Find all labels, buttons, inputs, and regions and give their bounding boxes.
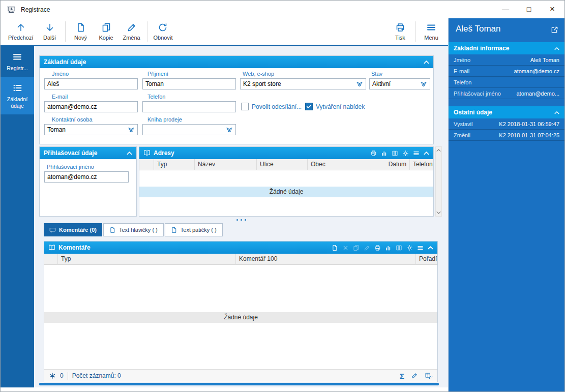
previous-button[interactable]: Předchozí — [5, 21, 37, 42]
refresh-button[interactable]: Obnovit — [150, 21, 176, 42]
panel-title: Přihlašovací údaje — [44, 149, 97, 157]
web-eshop-dropdown[interactable]: K2 sport store — [240, 78, 366, 89]
new-document-icon — [76, 22, 86, 33]
copy-button[interactable]: Kopie — [94, 21, 119, 42]
column-header-typ[interactable]: Typ — [57, 254, 235, 265]
record-count-label: Počet záznamů: 0 — [72, 372, 121, 379]
refresh-icon — [158, 22, 168, 33]
filter-asterisk-icon[interactable] — [49, 372, 56, 379]
kniha-prodeje-dropdown[interactable] — [142, 124, 236, 135]
addresses-panel: Adresy Typ Název Ulice Obec Datum Telefo… — [139, 146, 434, 217]
stav-dropdown[interactable]: Aktivní — [369, 78, 430, 89]
toolbar: Předchozí Další Nový Kopie Změna Obnovit — [1, 18, 448, 46]
sidebar-item-registrace[interactable]: Registr... — [1, 46, 34, 77]
email-label: E-mail — [52, 94, 68, 100]
print-icon — [395, 22, 405, 33]
panel-title: Základní údaje — [44, 58, 86, 66]
next-button[interactable]: Další — [37, 21, 63, 42]
comments-panel: Komentáře Typ Komentář 100 — [44, 241, 438, 382]
sum-icon[interactable]: Σ — [400, 372, 404, 380]
menu-button[interactable]: Menu — [419, 21, 444, 42]
list-icon — [12, 83, 22, 93]
gear-icon[interactable] — [402, 150, 409, 157]
collapse-chevron-up-icon[interactable] — [424, 151, 429, 155]
copy-label: Kopie — [99, 35, 113, 41]
column-header-komentar[interactable]: Komentář 100 — [235, 254, 415, 265]
delete-icon — [342, 245, 349, 251]
column-header-indicator — [139, 159, 154, 170]
addresses-grid-header: Typ Název Ulice Obec Datum Telefon — [139, 159, 433, 170]
info-row: Vystavil K2 2018-01-31 06:59:47 — [449, 118, 564, 130]
horizontal-scrollbar[interactable] — [39, 383, 439, 385]
column-header-ulice[interactable]: Ulice — [256, 159, 307, 170]
povolit-odesilani-checkbox[interactable] — [241, 103, 249, 110]
new-button[interactable]: Nový — [68, 21, 94, 42]
horizontal-splitter[interactable] — [34, 218, 448, 222]
new-document-icon[interactable] — [332, 245, 338, 251]
basic-data-panel-header: Základní údaje — [40, 56, 433, 68]
row-value: atoman@demo.cz — [514, 68, 559, 74]
info-row: E-mail atoman@demo.cz — [449, 66, 564, 77]
collapse-chevron-up-icon[interactable] — [428, 246, 433, 250]
titlebar: Registrace — □ × — [1, 1, 564, 18]
change-button[interactable]: Změna — [119, 21, 144, 42]
chart-icon[interactable] — [385, 245, 392, 251]
row-value: K2 2018-01-31 06:59:47 — [499, 121, 559, 127]
email-input[interactable] — [44, 101, 138, 112]
section-title: Ostatní údaje — [454, 109, 492, 116]
jmeno-input[interactable] — [44, 78, 138, 89]
column-header-obec[interactable]: Obec — [307, 159, 371, 170]
minimize-button[interactable]: — — [494, 1, 517, 17]
column-header-nazev[interactable]: Název — [194, 159, 256, 170]
column-header-datum[interactable]: Datum — [371, 159, 409, 170]
left-sidebar: Registr... Základní údaje — [1, 46, 34, 387]
prihlasovaci-jmeno-input[interactable] — [44, 171, 129, 183]
next-label: Další — [43, 35, 56, 41]
telefon-input[interactable] — [142, 101, 236, 112]
tab-text-hlavicky[interactable]: Text hlavičky ( ) — [103, 223, 164, 236]
column-header-typ[interactable]: Typ — [154, 159, 194, 170]
section-header-basic-info[interactable]: Základní informace — [449, 42, 564, 54]
right-sidebar: Aleš Toman Základní informace Jméno Aleš… — [448, 18, 564, 391]
kontaktni-osoba-dropdown[interactable]: Toman — [44, 124, 138, 135]
edit-icon[interactable] — [411, 372, 418, 379]
scroll-up-icon[interactable] — [436, 148, 441, 152]
dropdown-icon — [420, 81, 427, 87]
close-button[interactable]: × — [541, 1, 564, 17]
refresh-label: Obnovit — [154, 35, 173, 41]
column-header-poradi[interactable]: Pořadí — [415, 254, 437, 265]
columns-icon[interactable] — [396, 245, 402, 251]
gear-icon[interactable] — [406, 245, 413, 251]
tab-label: Komentáře (0) — [59, 227, 97, 233]
maximize-button[interactable]: □ — [517, 1, 541, 17]
columns-icon[interactable] — [392, 150, 398, 157]
prijmeni-input[interactable] — [142, 78, 236, 89]
print-button[interactable]: Tisk — [388, 21, 413, 42]
row-label: E-mail — [454, 68, 469, 74]
collapse-chevron-up-icon[interactable] — [424, 60, 429, 64]
scroll-down-icon[interactable] — [436, 211, 441, 215]
print-icon[interactable] — [370, 150, 377, 157]
chart-icon[interactable] — [381, 150, 388, 157]
panel-title: Adresy — [154, 149, 174, 157]
column-header-indicator — [44, 254, 57, 265]
main-area: Základní údaje Jméno Příjmení Web, e-sho… — [34, 46, 448, 387]
tab-text-paticky[interactable]: Text patičky ( ) — [165, 223, 223, 236]
vertical-scrollbar[interactable] — [435, 146, 442, 217]
grid-edit-icon[interactable] — [425, 372, 433, 380]
row-label: Vystavil — [454, 121, 473, 127]
filter-count: 0 — [60, 372, 64, 379]
hamburger-icon[interactable] — [413, 150, 420, 157]
column-header-telefon[interactable]: Telefon — [409, 159, 433, 170]
open-card-icon[interactable] — [551, 26, 558, 34]
prihlasovaci-jmeno-label: Přihlašovací jméno — [47, 164, 94, 170]
sidebar-item-zakladni-udaje[interactable]: Základní údaje — [1, 77, 34, 114]
hamburger-icon[interactable] — [417, 245, 424, 251]
section-header-other-info[interactable]: Ostatní údaje — [449, 106, 564, 118]
print-icon[interactable] — [374, 245, 381, 251]
bottom-tabs: Komentáře (0) Text hlavičky ( ) Text pat… — [44, 223, 223, 236]
tab-komentare[interactable]: Komentáře (0) — [44, 223, 102, 236]
collapse-chevron-up-icon[interactable] — [127, 151, 132, 155]
addresses-panel-header: Adresy — [139, 147, 433, 159]
vytvareni-nabidek-checkbox[interactable] — [305, 103, 313, 110]
